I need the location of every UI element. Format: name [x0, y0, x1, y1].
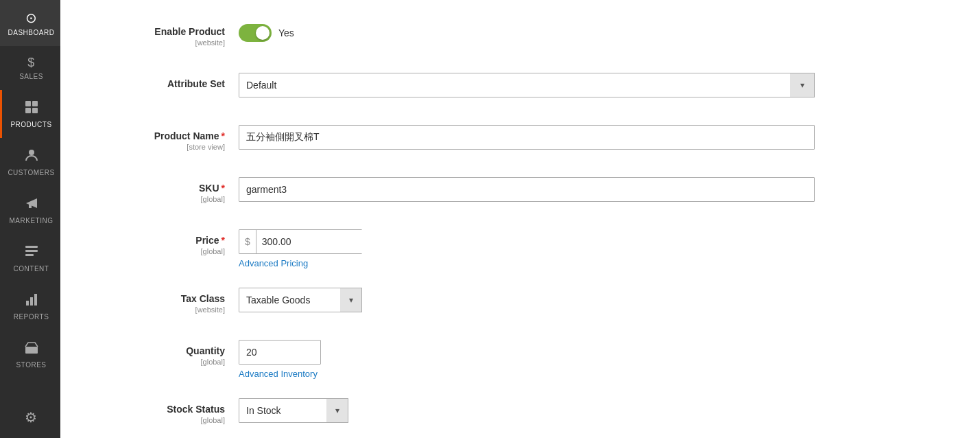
- products-icon: [24, 100, 39, 118]
- sales-icon: $: [27, 56, 35, 70]
- sidebar-item-label: DASHBOARD: [8, 29, 55, 36]
- quantity-input-col: Advanced Inventory: [239, 340, 939, 379]
- price-input[interactable]: [256, 230, 387, 253]
- attribute-set-label: Attribute Set: [101, 78, 225, 89]
- svg-rect-0: [25, 101, 31, 106]
- svg-rect-12: [34, 294, 37, 306]
- sidebar-item-label: STORES: [16, 361, 47, 369]
- stock-status-select[interactable]: In Stock Out of Stock: [239, 398, 348, 423]
- attribute-set-label-col: Attribute Set: [101, 73, 239, 89]
- sidebar-item-label: PRODUCTS: [10, 121, 51, 128]
- sku-scope: [global]: [101, 195, 225, 203]
- stores-icon: [24, 340, 39, 358]
- sku-label: SKU*: [101, 183, 225, 194]
- product-name-scope: [store view]: [101, 143, 225, 151]
- svg-rect-6: [29, 204, 32, 208]
- svg-rect-10: [26, 301, 29, 306]
- toggle-slider: [239, 24, 272, 42]
- price-label: Price*: [101, 235, 225, 246]
- sidebar-item-label: REPORTS: [14, 313, 49, 321]
- sidebar: ⊙ DASHBOARD $ SALES PRODUCTS CUSTOMERS: [0, 0, 60, 438]
- tax-class-row: Tax Class [website] None Taxable Goods ▾: [101, 288, 939, 321]
- sidebar-item-label: CUSTOMERS: [8, 169, 54, 176]
- product-name-input-col: [239, 125, 939, 150]
- attribute-set-select[interactable]: Default: [239, 73, 815, 97]
- price-row: Price* [global] $ Advanced Pricing: [101, 229, 939, 268]
- stock-status-label-col: Stock Status [global]: [101, 398, 239, 424]
- quantity-row: Quantity [global] Advanced Inventory: [101, 340, 939, 379]
- enable-product-toggle-wrap: Yes: [239, 21, 939, 42]
- price-input-col: $ Advanced Pricing: [239, 229, 939, 268]
- content-icon: [24, 244, 39, 262]
- sku-row: SKU* [global]: [101, 177, 939, 210]
- advanced-inventory-link[interactable]: Advanced Inventory: [239, 369, 939, 379]
- enable-product-value-label: Yes: [278, 27, 294, 38]
- sidebar-item-sales[interactable]: $ SALES: [0, 46, 60, 90]
- product-name-label-col: Product Name* [store view]: [101, 125, 239, 151]
- sidebar-item-reports[interactable]: REPORTS: [0, 282, 60, 330]
- tax-class-label-col: Tax Class [website]: [101, 288, 239, 314]
- enable-product-toggle[interactable]: [239, 24, 272, 42]
- price-input-wrap: $: [239, 229, 362, 254]
- svg-rect-11: [30, 297, 33, 306]
- product-name-input[interactable]: [239, 125, 815, 150]
- sidebar-item-dashboard[interactable]: ⊙ DASHBOARD: [0, 0, 60, 46]
- product-form: Enable Product [website] Yes Attribute S…: [60, 0, 980, 438]
- dashboard-icon: ⊙: [25, 10, 38, 26]
- tax-class-select-wrap: None Taxable Goods ▾: [239, 288, 362, 312]
- quantity-label: Quantity: [101, 345, 225, 356]
- price-required: *: [222, 235, 225, 246]
- tax-class-select[interactable]: None Taxable Goods: [239, 288, 362, 312]
- enable-product-label: Enable Product: [101, 26, 225, 37]
- attribute-set-input-col: Default ▾: [239, 73, 939, 97]
- stock-status-select-wrap: In Stock Out of Stock ▾: [239, 398, 348, 423]
- price-currency-symbol: $: [239, 230, 256, 253]
- svg-rect-13: [25, 347, 38, 354]
- marketing-icon: [24, 196, 39, 214]
- sku-label-col: SKU* [global]: [101, 177, 239, 203]
- product-name-label: Product Name*: [101, 130, 225, 141]
- sku-input-col: [239, 177, 939, 202]
- customers-icon: [24, 148, 39, 166]
- svg-rect-7: [25, 246, 38, 248]
- sku-input[interactable]: [239, 177, 815, 202]
- sidebar-item-label: SALES: [19, 73, 43, 80]
- product-name-required: *: [222, 130, 225, 141]
- sidebar-item-settings[interactable]: ⚙: [0, 400, 60, 438]
- attribute-set-select-wrap: Default ▾: [239, 73, 815, 97]
- sidebar-item-stores[interactable]: STORES: [0, 330, 60, 378]
- sidebar-item-content[interactable]: CONTENT: [0, 234, 60, 282]
- price-scope: [global]: [101, 247, 225, 255]
- tax-class-label: Tax Class: [101, 293, 225, 304]
- attribute-set-row: Attribute Set Default ▾: [101, 73, 939, 106]
- stock-status-scope: [global]: [101, 416, 225, 424]
- svg-point-4: [29, 150, 34, 155]
- stock-status-row: Stock Status [global] In Stock Out of St…: [101, 398, 939, 431]
- enable-product-input-col: Yes: [239, 21, 939, 42]
- enable-product-row: Enable Product [website] Yes: [101, 21, 939, 54]
- quantity-input[interactable]: [239, 340, 321, 365]
- sidebar-item-label: CONTENT: [14, 265, 49, 273]
- stock-status-input-col: In Stock Out of Stock ▾: [239, 398, 939, 423]
- enable-product-label-col: Enable Product [website]: [101, 21, 239, 47]
- sidebar-item-customers[interactable]: CUSTOMERS: [0, 138, 60, 186]
- quantity-scope: [global]: [101, 358, 225, 366]
- price-label-col: Price* [global]: [101, 229, 239, 255]
- gear-icon: ⚙: [25, 409, 38, 426]
- sku-required: *: [222, 183, 225, 194]
- advanced-pricing-link[interactable]: Advanced Pricing: [239, 258, 939, 268]
- quantity-label-col: Quantity [global]: [101, 340, 239, 366]
- tax-class-scope: [website]: [101, 306, 225, 314]
- reports-icon: [24, 292, 39, 310]
- enable-product-scope: [website]: [101, 38, 225, 47]
- stock-status-label: Stock Status: [101, 404, 225, 415]
- sidebar-item-label: MARKETING: [10, 217, 53, 224]
- sidebar-item-marketing[interactable]: MARKETING: [0, 186, 60, 234]
- sidebar-item-products[interactable]: PRODUCTS: [0, 90, 60, 138]
- svg-rect-3: [32, 108, 38, 113]
- product-name-row: Product Name* [store view]: [101, 125, 939, 158]
- svg-rect-1: [32, 101, 38, 106]
- svg-rect-9: [25, 254, 34, 256]
- svg-rect-2: [25, 108, 31, 113]
- svg-rect-8: [25, 250, 38, 252]
